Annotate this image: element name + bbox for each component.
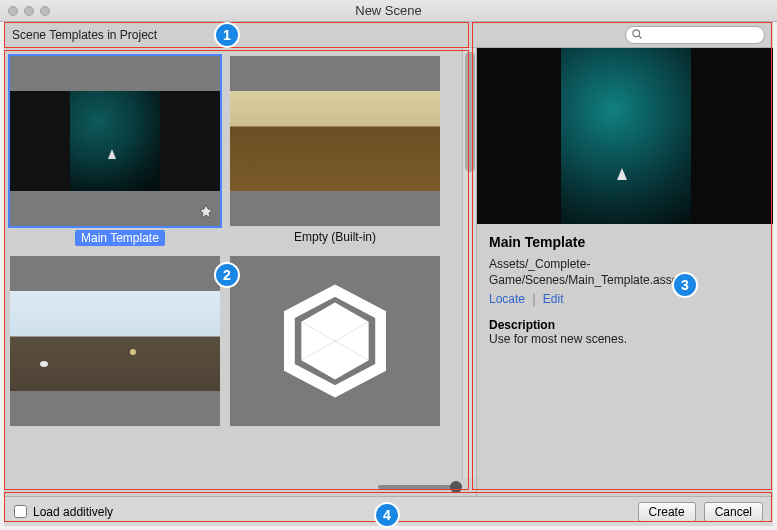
template-item[interactable] — [10, 256, 220, 430]
template-thumbnail[interactable] — [10, 256, 220, 426]
template-thumbnail[interactable] — [230, 256, 440, 426]
template-item[interactable] — [230, 256, 440, 430]
svg-point-0 — [633, 29, 640, 36]
search-input[interactable] — [625, 26, 765, 44]
template-label: Main Template — [75, 230, 165, 246]
template-thumbnail[interactable] — [230, 56, 440, 226]
description-heading: Description — [489, 318, 761, 332]
titlebar: New Scene — [0, 0, 777, 22]
close-icon[interactable] — [8, 6, 18, 16]
details-pane: Main Template Assets/_Complete-Game/Scen… — [477, 48, 773, 496]
template-item[interactable]: Empty (Built-in) — [230, 56, 440, 246]
window-controls — [8, 6, 50, 16]
load-additively-checkbox[interactable] — [14, 505, 27, 518]
load-additively-label: Load additively — [33, 505, 113, 519]
load-additively-row[interactable]: Load additively — [14, 505, 113, 519]
vertical-scrollbar[interactable] — [462, 48, 476, 478]
edit-link[interactable]: Edit — [543, 292, 564, 306]
description-text: Use for most new scenes. — [489, 332, 761, 346]
templates-header: Scene Templates in Project — [4, 22, 773, 48]
search-icon — [631, 28, 643, 40]
minimize-icon[interactable] — [24, 6, 34, 16]
create-button[interactable]: Create — [638, 502, 696, 522]
pin-icon[interactable] — [198, 204, 214, 220]
scrollbar-thumb[interactable] — [465, 52, 475, 172]
template-item[interactable]: Main Template — [10, 56, 220, 246]
slider-knob[interactable] — [450, 481, 462, 493]
separator: | — [532, 292, 535, 306]
unity-logo-icon — [275, 281, 395, 401]
template-label: Empty (Built-in) — [230, 230, 440, 244]
annotation-badge: 4 — [374, 502, 400, 528]
annotation-badge: 2 — [214, 262, 240, 288]
templates-pane: Main Template Empty (Built-in) — [4, 48, 477, 496]
cancel-button[interactable]: Cancel — [704, 502, 763, 522]
template-preview — [477, 48, 773, 224]
locate-link[interactable]: Locate — [489, 292, 525, 306]
svg-line-1 — [639, 35, 642, 38]
annotation-badge: 1 — [214, 22, 240, 48]
details-asset-path: Assets/_Complete-Game/Scenes/Main_Templa… — [489, 256, 761, 288]
details-title: Main Template — [489, 234, 761, 250]
templates-header-label: Scene Templates in Project — [12, 28, 157, 42]
thumbnail-size-slider[interactable] — [378, 485, 458, 489]
template-thumbnail[interactable] — [10, 56, 220, 226]
window-title: New Scene — [0, 3, 777, 18]
zoom-icon[interactable] — [40, 6, 50, 16]
annotation-badge: 3 — [672, 272, 698, 298]
